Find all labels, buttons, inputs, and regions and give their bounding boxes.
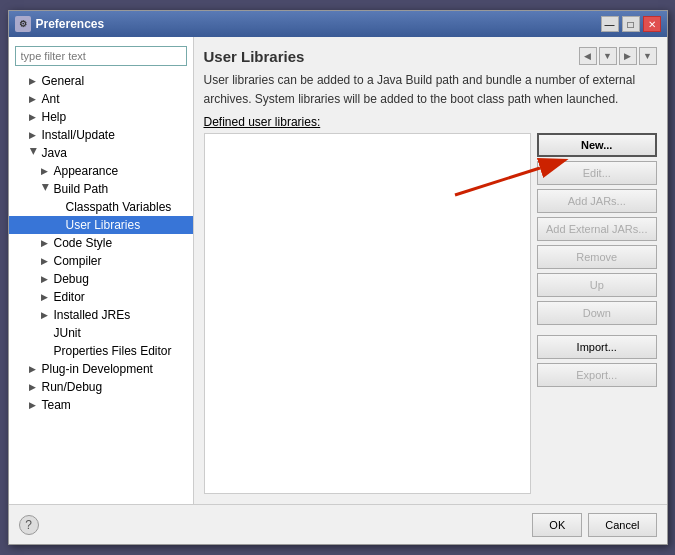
nav-dropdown2-button[interactable]: ▼	[639, 47, 657, 65]
sidebar: ▶ General ▶ Ant ▶ Help ▶ Install/Update …	[9, 37, 194, 504]
arrow-icon: ▶	[29, 400, 39, 410]
title-buttons: — □ ✕	[601, 16, 661, 32]
maximize-button[interactable]: □	[622, 16, 640, 32]
ok-button[interactable]: OK	[532, 513, 582, 537]
main-panel: User Libraries ◀ ▼ ▶ ▼ User libraries ca…	[194, 37, 667, 504]
edit-button[interactable]: Edit...	[537, 161, 657, 185]
bottom-right: OK Cancel	[532, 513, 656, 537]
sidebar-item-label: Install/Update	[42, 128, 115, 142]
add-jars-button[interactable]: Add JARs...	[537, 189, 657, 213]
arrow-icon: ▶	[41, 238, 51, 248]
arrow-icon: ▶	[41, 292, 51, 302]
sidebar-item-label: Team	[42, 398, 71, 412]
sidebar-item-editor[interactable]: ▶ Editor	[9, 288, 193, 306]
button-panel: New... Edit... Add JARs... Add External …	[537, 133, 657, 494]
search-input[interactable]	[15, 46, 187, 66]
main-content: ▶ General ▶ Ant ▶ Help ▶ Install/Update …	[9, 37, 667, 504]
sidebar-item-java[interactable]: ▶ Java	[9, 144, 193, 162]
preferences-window: ⚙ Preferences — □ ✕ ▶ General ▶ Ant	[8, 10, 668, 545]
minimize-button[interactable]: —	[601, 16, 619, 32]
arrow-icon: ▶	[29, 148, 39, 158]
description: User libraries can be added to a Java Bu…	[204, 71, 657, 109]
arrow-icon: ▶	[29, 364, 39, 374]
sidebar-item-run-debug[interactable]: ▶ Run/Debug	[9, 378, 193, 396]
sidebar-item-label: Properties Files Editor	[54, 344, 172, 358]
sidebar-item-label: Java	[42, 146, 67, 160]
sidebar-item-label: Code Style	[54, 236, 113, 250]
defined-label: Defined user libraries:	[204, 115, 657, 129]
sidebar-item-label: Help	[42, 110, 67, 124]
btn-panel: New... Edit... Add JARs... Add External …	[537, 133, 657, 387]
sidebar-item-properties-files-editor[interactable]: ▶ Properties Files Editor	[9, 342, 193, 360]
window-title: Preferences	[36, 17, 105, 31]
nav-arrows: User Libraries ◀ ▼ ▶ ▼	[204, 47, 657, 65]
sidebar-item-label: General	[42, 74, 85, 88]
sidebar-item-label: Installed JREs	[54, 308, 131, 322]
main-body: New... Edit... Add JARs... Add External …	[204, 133, 657, 494]
arrow-icon: ▶	[41, 274, 51, 284]
sidebar-item-label: Run/Debug	[42, 380, 103, 394]
cancel-button[interactable]: Cancel	[588, 513, 656, 537]
desc-line1: User libraries can be added to a Java Bu…	[204, 73, 636, 87]
import-button[interactable]: Import...	[537, 335, 657, 359]
sidebar-item-label: Appearance	[54, 164, 119, 178]
sidebar-item-team[interactable]: ▶ Team	[9, 396, 193, 414]
sidebar-item-help[interactable]: ▶ Help	[9, 108, 193, 126]
up-button[interactable]: Up	[537, 273, 657, 297]
sidebar-item-code-style[interactable]: ▶ Code Style	[9, 234, 193, 252]
close-button[interactable]: ✕	[643, 16, 661, 32]
nav-back-button[interactable]: ◀	[579, 47, 597, 65]
sidebar-item-appearance[interactable]: ▶ Appearance	[9, 162, 193, 180]
add-external-jars-button[interactable]: Add External JARs...	[537, 217, 657, 241]
sidebar-item-junit[interactable]: ▶ JUnit	[9, 324, 193, 342]
desc-line2: archives. System libraries will be added…	[204, 92, 619, 106]
main-title: User Libraries	[204, 48, 305, 65]
arrow-icon: ▶	[29, 130, 39, 140]
sidebar-item-debug[interactable]: ▶ Debug	[9, 270, 193, 288]
arrow-icon: ▶	[29, 94, 39, 104]
export-button[interactable]: Export...	[537, 363, 657, 387]
arrow-icon: ▶	[41, 184, 51, 194]
arrow-icon: ▶	[29, 112, 39, 122]
sidebar-item-label: Plug-in Development	[42, 362, 153, 376]
sidebar-item-installed-jres[interactable]: ▶ Installed JREs	[9, 306, 193, 324]
defined-label-text: Defined user libraries:	[204, 115, 321, 129]
bottom-bar: ? OK Cancel	[9, 504, 667, 544]
sidebar-item-user-libraries[interactable]: ▶ User Libraries	[9, 216, 193, 234]
arrow-icon: ▶	[41, 256, 51, 266]
sidebar-item-label: Classpath Variables	[66, 200, 172, 214]
sidebar-item-label: Ant	[42, 92, 60, 106]
sidebar-item-compiler[interactable]: ▶ Compiler	[9, 252, 193, 270]
sidebar-item-general[interactable]: ▶ General	[9, 72, 193, 90]
nav-forward-button[interactable]: ▶	[619, 47, 637, 65]
sidebar-item-build-path[interactable]: ▶ Build Path	[9, 180, 193, 198]
down-button[interactable]: Down	[537, 301, 657, 325]
window-icon: ⚙	[15, 16, 31, 32]
library-list[interactable]	[204, 133, 532, 494]
sidebar-item-install-update[interactable]: ▶ Install/Update	[9, 126, 193, 144]
arrow-icon: ▶	[29, 382, 39, 392]
sidebar-item-ant[interactable]: ▶ Ant	[9, 90, 193, 108]
remove-button[interactable]: Remove	[537, 245, 657, 269]
help-button[interactable]: ?	[19, 515, 39, 535]
sidebar-item-label: Build Path	[54, 182, 109, 196]
arrow-icon: ▶	[41, 310, 51, 320]
title-bar: ⚙ Preferences — □ ✕	[9, 11, 667, 37]
sidebar-item-label: Debug	[54, 272, 89, 286]
arrow-icon: ▶	[29, 76, 39, 86]
arrow-icon: ▶	[41, 166, 51, 176]
sidebar-item-plug-in-development[interactable]: ▶ Plug-in Development	[9, 360, 193, 378]
sidebar-item-label: User Libraries	[66, 218, 141, 232]
sidebar-item-label: JUnit	[54, 326, 81, 340]
search-box[interactable]	[15, 46, 187, 66]
new-button[interactable]: New...	[537, 133, 657, 157]
sidebar-item-label: Compiler	[54, 254, 102, 268]
sidebar-item-classpath-variables[interactable]: ▶ Classpath Variables	[9, 198, 193, 216]
nav-dropdown-button[interactable]: ▼	[599, 47, 617, 65]
sidebar-item-label: Editor	[54, 290, 85, 304]
